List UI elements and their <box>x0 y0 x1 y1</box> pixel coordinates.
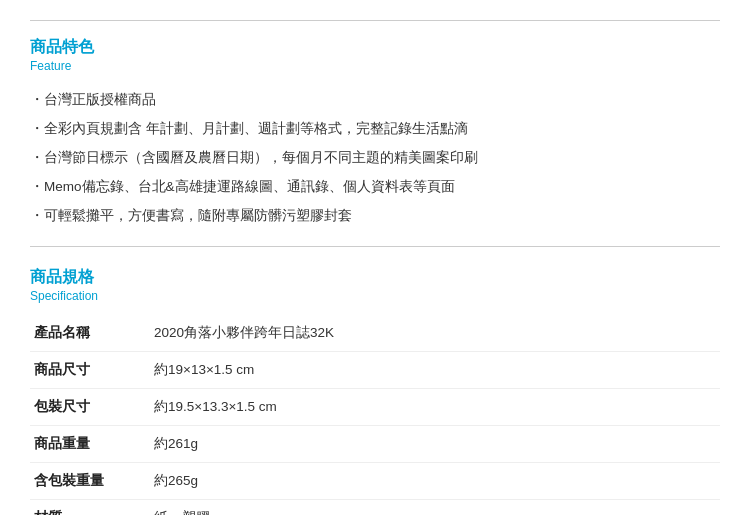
spec-row-3: 商品重量約261g <box>30 426 720 463</box>
spec-row-2: 包裝尺寸約19.5×13.3×1.5 cm <box>30 389 720 426</box>
spec-value-3: 約261g <box>150 426 720 463</box>
spec-value-4: 約265g <box>150 463 720 500</box>
spec-label-1: 商品尺寸 <box>30 352 150 389</box>
feature-divider-bottom <box>30 246 720 247</box>
feature-list: 台灣正版授權商品全彩內頁規劃含 年計劃、月計劃、週計劃等格式，完整記錄生活點滴台… <box>30 85 720 230</box>
page-container: 商品特色 Feature 台灣正版授權商品全彩內頁規劃含 年計劃、月計劃、週計劃… <box>0 0 750 515</box>
specification-title-zh: 商品規格 <box>30 267 720 288</box>
spec-row-1: 商品尺寸約19×13×1.5 cm <box>30 352 720 389</box>
spec-value-2: 約19.5×13.3×1.5 cm <box>150 389 720 426</box>
spec-value-0: 2020角落小夥伴跨年日誌32K <box>150 315 720 352</box>
spec-row-4: 含包裝重量約265g <box>30 463 720 500</box>
specification-header: 商品規格 Specification <box>30 267 720 303</box>
spec-row-0: 產品名稱2020角落小夥伴跨年日誌32K <box>30 315 720 352</box>
feature-item-1: 全彩內頁規劃含 年計劃、月計劃、週計劃等格式，完整記錄生活點滴 <box>30 114 720 143</box>
feature-title-en: Feature <box>30 59 720 73</box>
feature-item-3: Memo備忘錄、台北&高雄捷運路線圖、通訊錄、個人資料表等頁面 <box>30 172 720 201</box>
specification-title-en: Specification <box>30 289 720 303</box>
specification-tbody: 產品名稱2020角落小夥伴跨年日誌32K商品尺寸約19×13×1.5 cm包裝尺… <box>30 315 720 515</box>
feature-section: 商品特色 Feature 台灣正版授權商品全彩內頁規劃含 年計劃、月計劃、週計劃… <box>30 20 720 247</box>
spec-label-0: 產品名稱 <box>30 315 150 352</box>
specification-section: 商品規格 Specification 產品名稱2020角落小夥伴跨年日誌32K商… <box>30 267 720 515</box>
feature-item-2: 台灣節日標示（含國曆及農曆日期），每個月不同主題的精美圖案印刷 <box>30 143 720 172</box>
feature-header: 商品特色 Feature <box>30 37 720 73</box>
feature-item-0: 台灣正版授權商品 <box>30 85 720 114</box>
spec-label-4: 含包裝重量 <box>30 463 150 500</box>
spec-label-2: 包裝尺寸 <box>30 389 150 426</box>
feature-item-4: 可輕鬆攤平，方便書寫，隨附專屬防髒污塑膠封套 <box>30 201 720 230</box>
specification-table: 產品名稱2020角落小夥伴跨年日誌32K商品尺寸約19×13×1.5 cm包裝尺… <box>30 315 720 515</box>
spec-label-3: 商品重量 <box>30 426 150 463</box>
spec-label-5: 材質 <box>30 500 150 516</box>
feature-divider-top <box>30 20 720 21</box>
spec-value-1: 約19×13×1.5 cm <box>150 352 720 389</box>
spec-row-5: 材質紙、塑膠 <box>30 500 720 516</box>
feature-title-zh: 商品特色 <box>30 37 720 58</box>
spec-value-5: 紙、塑膠 <box>150 500 720 516</box>
